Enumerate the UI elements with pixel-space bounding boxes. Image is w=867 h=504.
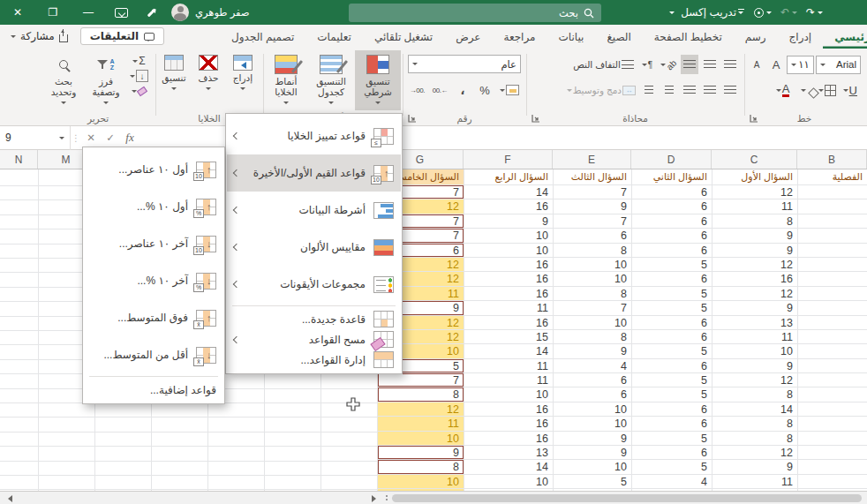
align-right-button[interactable] (721, 80, 739, 100)
cell[interactable] (797, 417, 867, 431)
cell[interactable]: 9 (712, 359, 797, 373)
accounting-format-button[interactable] (498, 80, 521, 100)
cell[interactable]: 5 (631, 301, 712, 315)
align-top-button[interactable] (721, 55, 739, 74)
cell[interactable]: 9 (553, 344, 631, 358)
cell[interactable]: 16 (712, 272, 797, 286)
cell[interactable]: 6 (631, 316, 712, 330)
ribbon-tab[interactable]: رسم (734, 25, 778, 49)
cell[interactable] (797, 214, 867, 229)
cell[interactable]: 16 (464, 199, 553, 214)
name-box[interactable]: 9 (0, 126, 71, 150)
cell[interactable]: 16 (464, 272, 553, 286)
cell[interactable] (797, 446, 867, 460)
cell[interactable]: 14 (712, 402, 797, 417)
cell[interactable]: 8 (712, 417, 797, 431)
cell[interactable] (797, 272, 867, 286)
cell[interactable]: 6 (631, 185, 712, 199)
cell[interactable]: 10 (464, 475, 553, 489)
cell[interactable]: 16 (464, 402, 553, 417)
cell[interactable] (797, 258, 867, 272)
cell[interactable]: 10 (553, 402, 631, 417)
cell[interactable]: 9 (553, 199, 631, 214)
cell[interactable]: 8 (553, 330, 631, 344)
cell[interactable] (797, 402, 867, 417)
autosum-button[interactable]: Σ (128, 54, 150, 68)
alignment-dialog-launcher[interactable] (532, 114, 540, 123)
cell[interactable] (797, 387, 867, 402)
column-header[interactable]: B (797, 150, 867, 169)
menu-item[interactable]: ↑10أول ١٠ عناصر... (84, 151, 223, 188)
cell[interactable]: 10 (712, 344, 797, 358)
cell[interactable]: 14 (464, 344, 553, 358)
percent-style-button[interactable]: % (476, 80, 494, 100)
cell[interactable]: 12 (712, 287, 797, 301)
cell[interactable]: 6 (631, 272, 712, 286)
ribbon-tab[interactable]: تخطيط الصفحة (643, 25, 734, 49)
column-title-cell[interactable]: السؤال الثالث (553, 169, 631, 185)
cell[interactable]: 16 (464, 258, 553, 272)
cell[interactable]: 10 (464, 244, 553, 258)
cell[interactable]: 12 (712, 258, 797, 272)
cell[interactable]: 13 (464, 446, 553, 460)
sheet-tab-scroll-left-icon[interactable] (4, 495, 12, 502)
ribbon-tab[interactable]: مراجعة (492, 25, 547, 49)
cell[interactable]: 11 (377, 417, 464, 431)
cell[interactable]: 9 (553, 432, 631, 446)
cell[interactable]: 10 (553, 272, 631, 286)
cell[interactable]: 9 (377, 446, 464, 460)
cell[interactable]: 11 (464, 301, 553, 315)
ribbon-tab[interactable]: تعليمات (305, 25, 363, 49)
cell[interactable] (797, 373, 867, 387)
cell[interactable]: 7 (553, 185, 631, 199)
menu-item[interactable]: إدارة القواعد... (227, 350, 401, 370)
cell[interactable]: 6 (631, 244, 712, 258)
cell[interactable]: 6 (553, 373, 631, 387)
text-direction-button[interactable]: ¶ (638, 55, 656, 74)
cell[interactable]: 5 (631, 373, 712, 387)
cell[interactable]: 10 (377, 432, 464, 446)
cell[interactable]: 6 (631, 199, 712, 214)
cell[interactable]: 6 (553, 229, 631, 243)
cell[interactable]: 5 (631, 258, 712, 272)
cell[interactable]: 12 (712, 185, 797, 199)
menu-item[interactable]: مجموعات الأيقونات (227, 266, 401, 303)
ribbon-tab[interactable]: الرئيسي (823, 25, 867, 49)
cell[interactable]: 11 (464, 359, 553, 373)
cancel-entry-button[interactable]: ✕ (81, 132, 101, 144)
insert-cells-button[interactable]: إدراج (226, 50, 260, 110)
column-title-cell[interactable]: الفصلية (797, 169, 867, 185)
cell[interactable]: 8 (712, 214, 797, 229)
cell[interactable]: 13 (712, 316, 797, 330)
restore-button[interactable]: ❐ (35, 0, 71, 25)
sheet-tab-scroll-right-icon[interactable] (372, 495, 380, 502)
cell[interactable] (797, 344, 867, 358)
menu-item[interactable]: مسح القواعد (227, 329, 401, 350)
cell[interactable]: 10 (553, 417, 631, 431)
format-as-table-button[interactable]: التنسيق كجدول (308, 50, 354, 110)
cell[interactable]: 6 (631, 214, 712, 229)
column-title-cell[interactable]: السؤال الثاني (631, 169, 712, 185)
cell[interactable]: 10 (377, 475, 464, 489)
ribbon-tab[interactable]: تشغيل تلقائي (363, 25, 444, 49)
decrease-decimal-button[interactable]: ←.00 (431, 80, 449, 100)
undo-icon[interactable]: ↶ (780, 6, 789, 19)
cell[interactable]: 8 (712, 387, 797, 402)
menu-item[interactable]: مقاييس الألوان (227, 229, 401, 266)
sort-filter-button[interactable]: AZ فرز وتصفية (86, 50, 126, 110)
cell[interactable] (797, 330, 867, 344)
chevron-down-icon[interactable] (766, 11, 772, 17)
cell[interactable] (797, 432, 867, 446)
cell[interactable]: 12 (712, 446, 797, 460)
align-center-button[interactable] (701, 80, 719, 100)
cell[interactable]: 6 (631, 359, 712, 373)
cell[interactable]: 9 (712, 229, 797, 243)
cell[interactable]: 12 (377, 402, 464, 417)
cell[interactable]: 10 (553, 316, 631, 330)
font-color-button[interactable]: A (774, 80, 792, 100)
insert-function-button[interactable]: fx (120, 131, 139, 145)
column-header[interactable]: E (553, 150, 631, 169)
increase-indent-button[interactable] (660, 80, 678, 100)
cell[interactable]: 11 (712, 199, 797, 214)
conditional-formatting-button[interactable]: تنسيق شرطي (355, 50, 401, 110)
